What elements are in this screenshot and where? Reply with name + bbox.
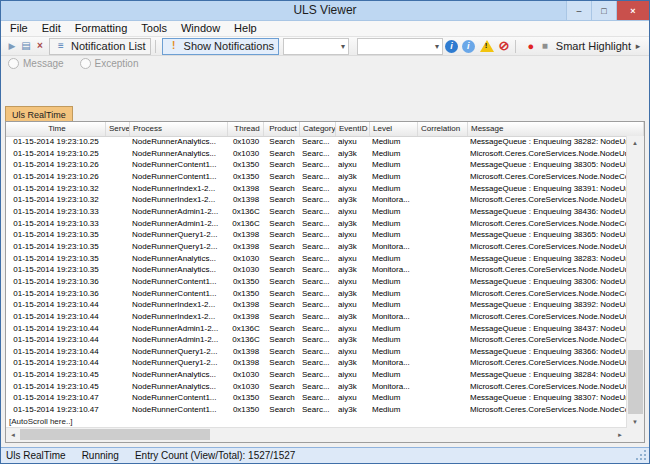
column-header-time[interactable]: Time xyxy=(6,122,106,136)
stop-button[interactable]: ■ xyxy=(538,39,552,53)
table-row[interactable]: 01-15-2014 19:23:10.33NodeRunnerAdmin1-2… xyxy=(6,206,627,218)
table-row[interactable]: 01-15-2014 19:23:10.25NodeRunnerAnalytic… xyxy=(6,148,627,160)
scroll-right-icon[interactable]: ► xyxy=(613,428,627,441)
tab-uls-realtime[interactable]: Uls RealTime xyxy=(5,106,73,122)
notification-filter-combo[interactable]: ▾ xyxy=(283,38,349,55)
scroll-up-icon[interactable]: ▲ xyxy=(627,136,643,149)
notification-list-label: Notification List xyxy=(71,40,146,52)
table-row[interactable]: 01-15-2014 19:23:10.32NodeRunnerIndex1-2… xyxy=(6,194,627,206)
column-header-eventid[interactable]: EventID xyxy=(336,122,370,136)
resize-grip[interactable] xyxy=(644,458,646,460)
close-button[interactable]: × xyxy=(616,1,649,20)
menu-help[interactable]: Help xyxy=(227,21,264,36)
table-cell xyxy=(106,392,130,404)
table-cell: NodeRunnerAnalytics... xyxy=(130,136,228,148)
table-cell xyxy=(418,346,468,358)
critical-severity-icon[interactable]: ⊘ xyxy=(497,39,511,53)
menu-edit[interactable]: Edit xyxy=(35,21,68,36)
toolbar: ▶ ▤ × ≡ Notification List ! Show Notific… xyxy=(1,37,649,56)
scroll-down-icon[interactable]: ▼ xyxy=(627,415,643,428)
table-cell: Monitora... xyxy=(370,264,418,276)
table-cell: NodeRunnerContent1... xyxy=(130,404,228,416)
column-header-message[interactable]: Message xyxy=(468,122,644,136)
vertical-scrollbar[interactable]: ▲ ▼ xyxy=(626,136,644,428)
table-row[interactable]: 01-15-2014 19:23:10.26NodeRunnerContent1… xyxy=(6,159,627,171)
table-cell xyxy=(106,311,130,323)
highlight-filter-combo[interactable]: ▾ xyxy=(357,38,443,55)
table-cell: Searc... xyxy=(300,148,336,160)
table-cell: NodeRunnerIndex1-2... xyxy=(130,194,228,206)
maximize-button[interactable]: □ xyxy=(591,1,616,20)
close-file-icon[interactable]: × xyxy=(33,39,47,53)
column-header-server[interactable]: Server xyxy=(106,122,130,136)
notification-list-button[interactable]: ≡ Notification List xyxy=(49,38,151,55)
table-cell xyxy=(418,404,468,416)
table-row[interactable]: 01-15-2014 19:23:10.36NodeRunnerContent1… xyxy=(6,288,627,300)
table-row[interactable]: 01-15-2014 19:23:10.35NodeRunnerQuery1-2… xyxy=(6,229,627,241)
table-cell: Microsoft.Ceres.CoreServices.Node.NodeUn… xyxy=(468,194,627,206)
table-row[interactable]: 01-15-2014 19:23:10.33NodeRunnerAdmin1-2… xyxy=(6,218,627,230)
table-cell: MessageQueue : Enqueuing 38436: NodeUnav… xyxy=(468,206,627,218)
column-header-thread[interactable]: Thread xyxy=(228,122,264,136)
table-cell: NodeRunnerIndex1-2... xyxy=(130,183,228,195)
toolbar-overflow-icon[interactable]: ▸ xyxy=(631,39,645,53)
table-cell xyxy=(418,148,468,160)
table-row[interactable]: 01-15-2014 19:23:10.44NodeRunnerIndex1-2… xyxy=(6,311,627,323)
column-header-correlation[interactable]: Correlation xyxy=(418,122,468,136)
table-cell: 01-15-2014 19:23:10.33 xyxy=(6,218,106,230)
table-row[interactable]: 01-15-2014 19:23:10.36NodeRunnerContent1… xyxy=(6,276,627,288)
minimize-button[interactable]: – xyxy=(566,1,591,20)
table-row[interactable]: 01-15-2014 19:23:10.45NodeRunnerAnalytic… xyxy=(6,381,627,393)
table-cell: NodeRunnerContent1... xyxy=(130,288,228,300)
table-cell: Searc... xyxy=(300,369,336,381)
warning-severity-icon[interactable]: ! xyxy=(480,40,494,52)
table-row[interactable]: 01-15-2014 19:23:10.44NodeRunnerIndex1-2… xyxy=(6,299,627,311)
table-row[interactable]: 01-15-2014 19:23:10.44NodeRunnerAdmin1-2… xyxy=(6,323,627,335)
column-header-category[interactable]: Category xyxy=(300,122,336,136)
menu-formatting[interactable]: Formatting xyxy=(68,21,135,36)
table-row[interactable]: 01-15-2014 19:23:10.25NodeRunnerAnalytic… xyxy=(6,136,627,148)
table-cell: Searc... xyxy=(300,241,336,253)
menu-file[interactable]: File xyxy=(3,21,35,36)
horizontal-scroll-thumb[interactable] xyxy=(20,429,210,440)
message-radio[interactable]: Message xyxy=(8,58,64,69)
table-cell: Microsoft.Ceres.CoreServices.Node.NodeUn… xyxy=(468,381,627,393)
view-columns-icon[interactable]: ▤ xyxy=(19,39,33,53)
table-row[interactable]: 01-15-2014 19:23:10.35NodeRunnerQuery1-2… xyxy=(6,241,627,253)
table-cell: MessageQueue : Enqueuing 38282: NodeUnav… xyxy=(468,136,627,148)
table-row[interactable]: 01-15-2014 19:23:10.26NodeRunnerContent1… xyxy=(6,171,627,183)
column-header-product[interactable]: Product xyxy=(264,122,300,136)
exception-radio[interactable]: Exception xyxy=(80,58,139,69)
title-bar[interactable]: ULS Viewer – □ × xyxy=(1,1,649,21)
table-row[interactable]: 01-15-2014 19:23:10.45NodeRunnerAnalytic… xyxy=(6,369,627,381)
table-cell: 0x1030 xyxy=(228,253,264,265)
table-row[interactable]: 01-15-2014 19:23:10.47NodeRunnerContent1… xyxy=(6,404,627,416)
verbose-severity-icon[interactable]: i xyxy=(462,40,475,53)
table-cell: 0x1350 xyxy=(228,404,264,416)
status-state: Running xyxy=(82,450,119,461)
vertical-scroll-thumb[interactable] xyxy=(628,350,643,414)
table-cell: aiy3k xyxy=(336,194,370,206)
table-cell xyxy=(418,229,468,241)
run-icon[interactable]: ▶ xyxy=(5,39,19,53)
table-cell: NodeRunnerQuery1-2... xyxy=(130,346,228,358)
table-row[interactable]: 01-15-2014 19:23:10.44NodeRunnerQuery1-2… xyxy=(6,357,627,369)
table-row[interactable]: 01-15-2014 19:23:10.44NodeRunnerQuery1-2… xyxy=(6,346,627,358)
column-header-level[interactable]: Level xyxy=(370,122,418,136)
table-row[interactable]: 01-15-2014 19:23:10.35NodeRunnerAnalytic… xyxy=(6,253,627,265)
column-header-process[interactable]: Process xyxy=(130,122,228,136)
record-button[interactable]: ● xyxy=(524,39,538,53)
table-cell: MessageQueue : Enqueuing 38365: NodeUnav… xyxy=(468,229,627,241)
table-row[interactable]: 01-15-2014 19:23:10.44NodeRunnerAdmin1-2… xyxy=(6,334,627,346)
table-row[interactable]: 01-15-2014 19:23:10.35NodeRunnerAnalytic… xyxy=(6,264,627,276)
scroll-left-icon[interactable]: ◄ xyxy=(6,428,20,441)
table-cell: 0x1030 xyxy=(228,148,264,160)
table-row[interactable]: 01-15-2014 19:23:10.47NodeRunnerContent1… xyxy=(6,392,627,404)
table-row[interactable]: 01-15-2014 19:23:10.32NodeRunnerIndex1-2… xyxy=(6,183,627,195)
show-notifications-button[interactable]: ! Show Notifications xyxy=(162,38,280,55)
info-severity-icon[interactable]: i xyxy=(445,40,458,53)
menu-window[interactable]: Window xyxy=(174,21,227,36)
menu-tools[interactable]: Tools xyxy=(134,21,174,36)
table-cell: Searc... xyxy=(300,171,336,183)
horizontal-scrollbar[interactable]: ◄ ► xyxy=(6,427,627,442)
